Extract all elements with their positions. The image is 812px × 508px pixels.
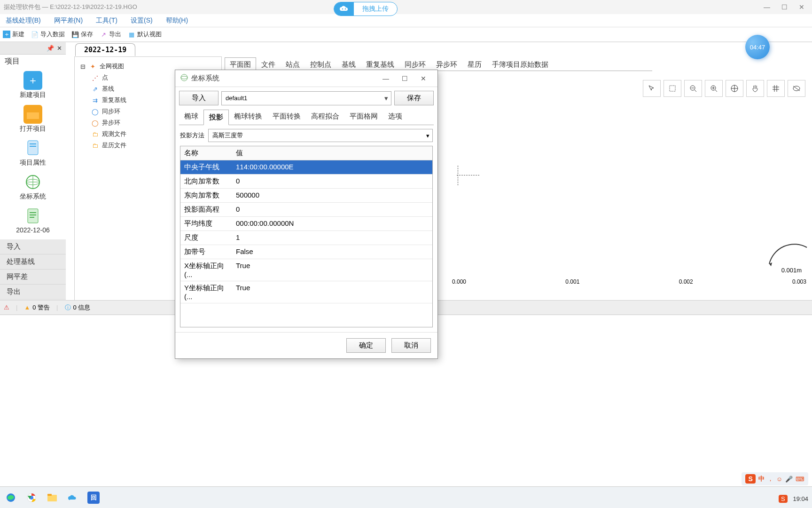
- cloud-app-icon[interactable]: [67, 492, 79, 504]
- zoom-out-tool[interactable]: [684, 80, 702, 97]
- taskbar-clock[interactable]: S 19:04: [779, 495, 808, 502]
- tab-ellip-trans[interactable]: 椭球转换: [229, 109, 267, 125]
- upload-pill[interactable]: 拖拽上传: [334, 2, 398, 16]
- tab-options[interactable]: 选项: [383, 109, 407, 125]
- grid-tool[interactable]: [767, 80, 785, 97]
- coord-system[interactable]: 坐标系统: [0, 170, 66, 204]
- cell-value[interactable]: True: [232, 259, 432, 281]
- status-info[interactable]: ⓘ0 信息: [65, 303, 91, 312]
- menu-settings[interactable]: 设置(S): [131, 16, 153, 25]
- zoom-in-tool[interactable]: [705, 80, 723, 97]
- ime-lang[interactable]: 中: [758, 475, 765, 483]
- app-icon[interactable]: 回: [87, 492, 100, 504]
- async-loop-icon: ◯: [91, 119, 99, 127]
- tab-file[interactable]: 文件: [256, 57, 281, 71]
- status-warn[interactable]: ▲0 警告: [24, 303, 50, 312]
- pointer-tool[interactable]: [643, 80, 661, 97]
- new-project[interactable]: ＋ 新建项目: [0, 68, 66, 102]
- menu-netadj[interactable]: 网平差(N): [54, 16, 83, 25]
- grid-row[interactable]: 投影面高程0: [180, 203, 432, 217]
- dialog-close[interactable]: ✕: [414, 75, 433, 82]
- ime-indicator[interactable]: S: [779, 495, 788, 503]
- panel-close-icon[interactable]: ✕: [57, 45, 62, 52]
- tab-height-fit[interactable]: 高程拟合: [306, 109, 344, 125]
- ime-smile-icon[interactable]: ☺: [776, 476, 782, 483]
- tab-ephemeris[interactable]: 星历: [462, 57, 487, 71]
- tab-sync[interactable]: 同步环: [399, 57, 431, 71]
- dialog-save-button[interactable]: 保存: [394, 91, 434, 105]
- export-button[interactable]: ↗导出: [100, 30, 121, 39]
- ime-keyboard-icon[interactable]: ⌨: [796, 476, 804, 483]
- cell-name: Y坐标轴正向(...: [180, 281, 232, 303]
- dialog-minimize[interactable]: —: [376, 75, 395, 82]
- dialog-maximize[interactable]: ☐: [395, 75, 414, 82]
- maximize-button[interactable]: ☐: [781, 3, 788, 11]
- ok-button[interactable]: 确定: [346, 338, 386, 353]
- grid-row[interactable]: 北向加常数0: [180, 175, 432, 189]
- ime-mic-icon[interactable]: 🎤: [785, 476, 793, 483]
- tab-async[interactable]: 异步环: [431, 57, 462, 71]
- grid-row[interactable]: 平均纬度000:00:00.00000N: [180, 217, 432, 231]
- pan-tool[interactable]: [746, 80, 764, 97]
- tab-projection[interactable]: 投影: [203, 110, 229, 125]
- proj-method-combo[interactable]: 高斯三度带: [208, 129, 433, 142]
- default-view-button[interactable]: ▦默认视图: [128, 30, 162, 39]
- document-tab[interactable]: 2022-12-19: [75, 43, 135, 56]
- project-panel: 📌 ✕ 项目 ＋ 新建项目 打开项目 项目属性 坐标系统 2022-12-06 …: [0, 42, 66, 310]
- grid-row[interactable]: Y坐标轴正向(...True: [180, 281, 432, 303]
- select-rect-tool[interactable]: [664, 80, 681, 97]
- profile-combo[interactable]: default1: [221, 91, 391, 105]
- dialog-titlebar[interactable]: 坐标系统 — ☐ ✕: [175, 70, 437, 87]
- pin-icon[interactable]: 📌: [47, 45, 54, 52]
- minimize-button[interactable]: —: [764, 3, 770, 11]
- ime-s-icon[interactable]: S: [745, 474, 755, 484]
- panel-header: 📌 ✕: [0, 42, 66, 55]
- tab-planview[interactable]: 平面图: [225, 57, 256, 71]
- new-button[interactable]: ＋新建: [3, 30, 24, 39]
- action-baseline[interactable]: 处理基线: [0, 254, 66, 270]
- import-button[interactable]: 📄导入数据: [31, 30, 65, 39]
- cell-value[interactable]: False: [232, 245, 432, 259]
- grid-row[interactable]: 中央子午线114:00:00.00000E: [180, 160, 432, 175]
- cancel-button[interactable]: 取消: [391, 338, 431, 353]
- grid-row[interactable]: 加带号False: [180, 245, 432, 259]
- open-project[interactable]: 打开项目: [0, 102, 66, 136]
- tab-baseline[interactable]: 基线: [336, 57, 361, 71]
- project-props[interactable]: 项目属性: [0, 136, 66, 170]
- grid-row[interactable]: X坐标轴正向(...True: [180, 259, 432, 281]
- tab-control[interactable]: 控制点: [305, 57, 336, 71]
- grid-row[interactable]: 尺度1: [180, 231, 432, 245]
- dialog-import-button[interactable]: 导入: [179, 91, 219, 105]
- chrome-icon[interactable]: [25, 492, 38, 504]
- edge-icon[interactable]: [5, 492, 17, 504]
- cell-value[interactable]: 114:00:00.00000E: [232, 160, 432, 174]
- save-button[interactable]: 💾保存: [71, 30, 93, 39]
- zoom-extent-tool[interactable]: [726, 80, 743, 97]
- recent-project[interactable]: 2022-12-06: [0, 204, 66, 237]
- close-button[interactable]: ✕: [799, 3, 804, 11]
- ellipse-tool[interactable]: [788, 80, 805, 97]
- tab-plane-grid[interactable]: 平面格网: [344, 109, 383, 125]
- cell-value[interactable]: 0: [232, 203, 432, 216]
- tab-station[interactable]: 站点: [281, 57, 305, 71]
- menu-tools[interactable]: 工具(T): [96, 16, 117, 25]
- action-netadj[interactable]: 网平差: [0, 270, 66, 285]
- ime-comma-icon[interactable]: ，: [767, 475, 773, 483]
- cell-value[interactable]: 000:00:00.00000N: [232, 217, 432, 230]
- menu-baseline[interactable]: 基线处理(B): [6, 16, 41, 25]
- tab-rawdata[interactable]: 手簿项目原始数据: [487, 57, 554, 71]
- tab-ellipsoid[interactable]: 椭球: [179, 109, 203, 125]
- tab-plane-trans[interactable]: 平面转换: [267, 109, 306, 125]
- grid-row[interactable]: 东向加常数500000: [180, 189, 432, 203]
- menu-help[interactable]: 帮助(H): [166, 16, 188, 25]
- cell-value[interactable]: 500000: [232, 189, 432, 202]
- explorer-icon[interactable]: [46, 492, 58, 504]
- collapse-icon[interactable]: ⊟: [80, 63, 86, 70]
- cell-value[interactable]: 0: [232, 175, 432, 188]
- action-import[interactable]: 导入: [0, 239, 66, 254]
- tab-repeat[interactable]: 重复基线: [361, 57, 399, 71]
- action-export[interactable]: 导出: [0, 285, 66, 300]
- cell-value[interactable]: 1: [232, 231, 432, 245]
- cell-value[interactable]: True: [232, 281, 432, 303]
- recent-icon: [23, 206, 42, 225]
